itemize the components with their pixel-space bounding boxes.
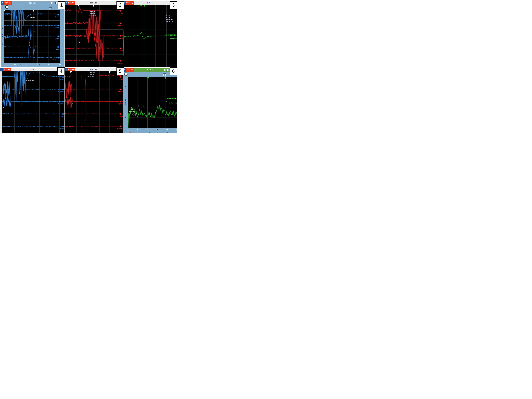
measurement-line: 2: 24.8 ms bbox=[89, 12, 96, 14]
scale-label: 100 µV / Div bbox=[3, 113, 10, 115]
electrode-icon[interactable] bbox=[120, 76, 122, 78]
waveform-trace bbox=[123, 23, 177, 56]
channel-label: R gastro bbox=[118, 37, 123, 39]
scale-label: 200 µV / Div bbox=[65, 60, 72, 61]
axis-tick: 110 bbox=[58, 64, 61, 66]
scroll-up-icon[interactable] bbox=[2, 36, 3, 37]
layout-window-icon[interactable] bbox=[167, 69, 169, 71]
cursor-triangle bbox=[4, 10, 5, 12]
panel-header: 7 MEP: Bio 10 TES MEP bbox=[65, 68, 123, 72]
electrode-icon[interactable] bbox=[120, 60, 122, 62]
scale-label: 200 µV / Div bbox=[4, 57, 12, 58]
electrode-icon[interactable] bbox=[62, 76, 64, 78]
layout-split-icon[interactable] bbox=[51, 2, 53, 4]
electrode-icon[interactable] bbox=[120, 23, 122, 24]
electrode-icon[interactable] bbox=[62, 89, 64, 90]
channel-label: R sfintere bbox=[117, 128, 123, 129]
panel-tes-mep-left-bottom: 1 MEP: Bio 10 TES MEP 12 500 µV / Div 15… bbox=[0, 68, 64, 133]
axis-tick: 66 bbox=[37, 64, 38, 66]
cursor-marker-label: 2 bbox=[3, 106, 4, 108]
pan-right-icon[interactable]: ▶ bbox=[157, 128, 158, 130]
measurement-line: 1: 102.1 ms bbox=[26, 79, 34, 81]
waveform-trace bbox=[65, 94, 123, 109]
panel-d-wave-bottom: 6 MEP: Avg 10 D-Wave i 5 µV / Div 12 1: … bbox=[123, 68, 177, 133]
electrode-icon[interactable] bbox=[57, 46, 59, 48]
measurement-line: 2: 32.3 ms bbox=[129, 110, 137, 112]
scroll-down-icon[interactable] bbox=[125, 117, 126, 118]
scroll-up-icon[interactable] bbox=[125, 86, 126, 87]
waveform-trace bbox=[128, 88, 177, 128]
waveform-area[interactable]: 1: 7.2 ms 2: 8.8 ms dt: 1.6 ms du: 10.6 … bbox=[123, 5, 177, 67]
scroll-down-icon[interactable] bbox=[2, 43, 3, 45]
measurement-line: dt: 14.3 ms bbox=[129, 112, 137, 114]
electrode-icon[interactable] bbox=[57, 57, 59, 59]
electrode-icon[interactable] bbox=[57, 25, 59, 26]
waveform-area[interactable]: 12 300 µV / Div 300 µV / Div 300 µV / Di… bbox=[4, 10, 60, 63]
electrode-icon[interactable] bbox=[62, 125, 64, 127]
cursor-measurements: 1: 102.1 ms bbox=[26, 79, 34, 81]
axis-tick: 0 bbox=[127, 128, 128, 130]
axis-tick: 40 bbox=[176, 128, 177, 130]
scale-label: 300 µV / Div bbox=[4, 35, 12, 37]
electrode-icon[interactable] bbox=[120, 113, 122, 115]
waveform-trace-glow bbox=[4, 44, 60, 58]
info-icon[interactable]: i bbox=[124, 73, 127, 76]
layout-window-icon[interactable] bbox=[56, 2, 58, 4]
pan-left-icon[interactable]: ◀ bbox=[20, 64, 21, 66]
montage-grid-icon[interactable] bbox=[49, 6, 52, 9]
scale-label: 1 mV / Div bbox=[65, 76, 71, 78]
waveform-area[interactable]: 12 20 mV / Div 500 µV / Div 500 µV / Div… bbox=[65, 5, 123, 67]
measurement-line: dt: 67 ms bbox=[88, 75, 95, 77]
cursor-triangle bbox=[164, 77, 166, 79]
electrode-icon[interactable] bbox=[62, 113, 64, 115]
stim-marker-icon bbox=[130, 132, 131, 133]
cursor-marker-label: 1 bbox=[111, 83, 112, 84]
electrode-icon[interactable] bbox=[120, 35, 122, 37]
channel-label: R abd bbox=[120, 12, 123, 14]
waveform-trace bbox=[4, 44, 60, 58]
cursor-marker-label: 1 bbox=[95, 33, 95, 35]
scroll-down-icon[interactable] bbox=[2, 34, 3, 35]
measurement-line: 2: 11.9 ms bbox=[88, 74, 95, 75]
waveform-trace bbox=[65, 75, 123, 133]
info-icon[interactable]: i bbox=[5, 5, 8, 9]
electrode-icon[interactable] bbox=[120, 101, 122, 103]
waveform-area[interactable]: 12 500 µV / Div 150 µV / Div 150 µV / Di… bbox=[2, 71, 64, 133]
measurement-line: 1: 58.3 ms bbox=[28, 17, 35, 18]
waveform-area[interactable]: 12 1 mV / Div 500 µV / Div 500 µV / Div … bbox=[65, 71, 123, 133]
scale-label: 500 µV / Div bbox=[65, 23, 72, 24]
panel-title: D-Wave bbox=[123, 69, 177, 71]
electrode-icon[interactable] bbox=[120, 10, 122, 12]
scale-label: 20 mV / Div bbox=[65, 10, 72, 12]
channel-label: L Tibiale bbox=[54, 27, 59, 28]
scroll-up-icon[interactable] bbox=[2, 27, 3, 29]
pan-right-icon[interactable]: ▶ bbox=[39, 64, 41, 66]
panel-tes-mep-right-top: 7 MEP: Bio 10 TES MEP 12 20 mV / Div 500… bbox=[65, 1, 123, 67]
figure-label-1: 1 bbox=[58, 1, 65, 9]
electrode-icon[interactable] bbox=[120, 125, 122, 127]
trace-timestamp: 4:50:24 PM bbox=[167, 98, 174, 99]
waveform-area[interactable]: 12 1: 18 ms 2: 32.3 ms dt: 14.3 ms du: 1… bbox=[128, 77, 177, 128]
channel-label: L Abd bbox=[60, 78, 63, 80]
electrode-icon[interactable] bbox=[174, 98, 177, 99]
electrode-icon[interactable] bbox=[57, 35, 59, 37]
measurement-line: 2: 8.8 ms bbox=[166, 17, 174, 19]
vertical-scale-label: 5 µV / Div bbox=[125, 98, 126, 106]
pan-left-icon[interactable]: ◀ bbox=[142, 128, 143, 130]
electrode-icon[interactable] bbox=[62, 101, 64, 103]
cursor-marker-label: 1 bbox=[61, 92, 61, 94]
electrode-icon[interactable] bbox=[120, 89, 122, 90]
waveform-canvas: 12 bbox=[65, 71, 123, 133]
layout-split-icon[interactable] bbox=[163, 69, 166, 71]
electrode-icon[interactable] bbox=[174, 34, 176, 36]
cursor-measurements: 1: 58.3 ms bbox=[28, 17, 35, 18]
scale-label: 100 µV / Div bbox=[65, 125, 72, 127]
figure-label-5: 5 bbox=[116, 68, 124, 75]
electrode-icon[interactable] bbox=[57, 14, 59, 16]
electrode-icon[interactable] bbox=[120, 48, 122, 49]
scale-label: 200 µV / Div bbox=[65, 48, 72, 49]
waveform-trace-glow bbox=[2, 81, 64, 97]
panel-tes-mep-right-bottom: 7 MEP: Bio 10 TES MEP 12 1 mV / Div 500 … bbox=[65, 68, 123, 133]
panel-title: TES MEP bbox=[1, 2, 64, 4]
montage-grid-icon[interactable] bbox=[163, 73, 166, 76]
